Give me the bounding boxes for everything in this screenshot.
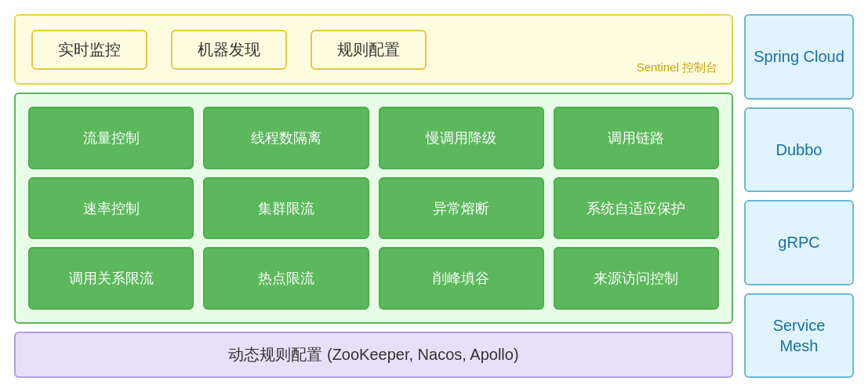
features-row-1: 流量控制 线程数隔离 慢调用降级 调用链路 — [28, 107, 719, 169]
feature-call-relation-limit: 调用关系限流 — [28, 247, 194, 310]
feature-thread-isolation: 线程数隔离 — [203, 107, 369, 169]
sentinel-box-ruleconfig: 规则配置 — [311, 30, 427, 70]
feature-exception-circuit: 异常熔断 — [379, 177, 544, 240]
dynamic-rules-text: 动态规则配置 (ZooKeeper, Nacos, Apollo) — [228, 344, 518, 365]
sidebar: Spring Cloud Dubbo gRPC Service Mesh — [744, 14, 854, 378]
feature-source-access-control: 来源访问控制 — [554, 247, 719, 310]
features-row-3: 调用关系限流 热点限流 削峰填谷 来源访问控制 — [28, 247, 719, 310]
sentinel-boxes: 实时监控 机器发现 规则配置 — [31, 30, 716, 70]
feature-flow-control: 流量控制 — [28, 107, 194, 169]
features-panel: 流量控制 线程数隔离 慢调用降级 调用链路 速率控制 集群限流 异常熔断 — [14, 93, 733, 324]
sentinel-box-realtime: 实时监控 — [31, 30, 147, 70]
feature-rate-control: 速率控制 — [28, 177, 194, 240]
feature-call-chain: 调用链路 — [554, 107, 719, 169]
features-row-2: 速率控制 集群限流 异常熔断 系统自适应保护 — [28, 177, 719, 240]
sidebar-item-dubbo: Dubbo — [744, 107, 854, 193]
feature-cluster-limit: 集群限流 — [203, 177, 369, 240]
feature-peak-shaving: 削峰填谷 — [379, 247, 544, 310]
main-area: 实时监控 机器发现 规则配置 Sentinel 控制台 流量控制 线程数隔离 慢… — [14, 14, 733, 378]
sidebar-item-spring-cloud: Spring Cloud — [744, 14, 854, 100]
sentinel-label: Sentinel 控制台 — [637, 60, 717, 75]
feature-adaptive-protect: 系统自适应保护 — [554, 177, 719, 240]
sidebar-item-service-mesh: Service Mesh — [744, 293, 854, 379]
sidebar-item-grpc: gRPC — [744, 200, 854, 285]
feature-slow-call-degrade: 慢调用降级 — [379, 107, 544, 169]
dynamic-rules-panel: 动态规则配置 (ZooKeeper, Nacos, Apollo) — [14, 332, 733, 378]
sentinel-panel: 实时监控 机器发现 规则配置 Sentinel 控制台 — [14, 14, 733, 85]
sentinel-box-discovery: 机器发现 — [171, 30, 287, 70]
feature-hotspot-limit: 热点限流 — [203, 247, 369, 310]
